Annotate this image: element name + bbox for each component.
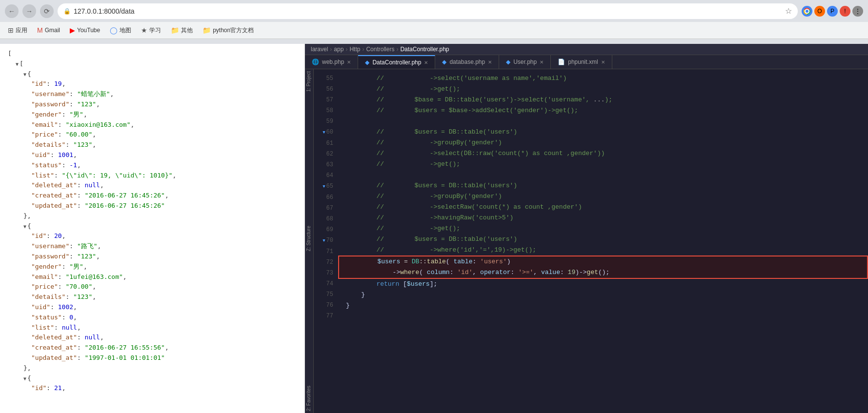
code-line-66: // ->groupBy('gender') (338, 191, 868, 202)
code-line-56: // ->get(); (338, 84, 868, 95)
json2-field-username: "username": "路飞", (8, 241, 297, 252)
json-obj1-open: ▼{ (8, 69, 297, 79)
tab-web-php[interactable]: 🌐 web.php ✕ (305, 55, 358, 69)
tab-user-label: User.php (513, 59, 537, 65)
json-panel[interactable]: [ ▼[ ▼{ "id": 19, "username": "蜡笔小新", "p… (0, 44, 305, 413)
line-num-74: 74 (314, 278, 338, 289)
line-num-58: 58 (314, 105, 338, 116)
line-num-71: 71 (314, 246, 338, 257)
code-line-70: // $users = DB::table('users') (338, 234, 868, 245)
opera-icon[interactable]: O (814, 6, 825, 17)
editor-path-bar: laravel › app › Http › Controllers › Dat… (305, 44, 868, 55)
collapse-icon[interactable]: ▼ (23, 71, 26, 79)
line-num-76: 76 (314, 300, 338, 311)
editor-body: 1: Project Z: Structure 2: Favorites 55 … (305, 69, 868, 413)
line-num-66: 66 (314, 192, 338, 203)
code-area[interactable]: 55 56 57 58 59 ▼60 61 62 63 64 ▼65 66 67… (314, 69, 868, 413)
line-num-73: 73 (314, 268, 338, 278)
code-line-68: // ->havingRaw('count>5') (338, 213, 868, 223)
tab-database-close[interactable]: ✕ (488, 59, 492, 65)
json2-field-gender: "gender": "男", (8, 262, 297, 272)
json-root-open: [ (8, 49, 297, 59)
line-num-67: 67 (314, 203, 338, 214)
sidebar-structure[interactable]: Z: Structure (305, 224, 313, 253)
line-num-65: ▼65 (314, 181, 338, 192)
tab-datacontroller-php[interactable]: ◆ DataController.php ✕ (358, 55, 435, 69)
line-num-59: 59 (314, 116, 338, 127)
sidebar-favorites[interactable]: 2: Favorites (305, 384, 313, 413)
code-line-61: // ->groupBy('gender') (338, 138, 868, 148)
collapse-icon[interactable]: ▼ (16, 60, 19, 68)
bookmark-maps[interactable]: ◯ 地图 (106, 25, 135, 36)
code-line-64 (338, 170, 868, 180)
code-line-76: } (338, 300, 868, 311)
line-num-56: 56 (314, 84, 338, 95)
bookmark-apps[interactable]: ⊞ 应用 (4, 25, 31, 36)
code-line-65: // $users = DB::table('users') (338, 180, 868, 191)
editor-tabs: 🌐 web.php ✕ ◆ DataController.php ✕ ◆ dat… (305, 55, 868, 69)
json-obj2-open: ▼{ (8, 221, 297, 232)
line-num-69: 69 (314, 224, 338, 235)
json2-field-deleted-at: "deleted_at": null, (8, 333, 297, 343)
line-num-77: 77 (314, 311, 338, 321)
bookmark-gmail[interactable]: M Gmail (33, 25, 64, 36)
profile-icon[interactable]: P (827, 6, 838, 17)
main-area: [ ▼[ ▼{ "id": 19, "username": "蜡笔小新", "p… (0, 44, 868, 413)
bookmark-study-label: 学习 (149, 26, 161, 35)
json-field-updated-at: "updated_at": "2016-06-27 16:45:26" (8, 201, 297, 211)
notification-icon[interactable]: ! (840, 6, 850, 17)
code-line-60: // $users = DB::table('users') (338, 127, 868, 138)
tab-phpunit-xml[interactable]: 📄 phpunit.xml ✕ (551, 55, 612, 69)
apps-icon: ⊞ (8, 26, 14, 34)
forward-button[interactable]: → (22, 4, 36, 18)
address-bar[interactable]: 🔒 127.0.0.1:8000/data ☆ (58, 3, 798, 19)
code-line-74: return [$users]; (338, 279, 868, 290)
reload-button[interactable]: ⟳ (40, 4, 54, 18)
tab-phpunit-close[interactable]: ✕ (601, 59, 605, 65)
path-part-file: DataController.php (400, 46, 449, 53)
line-num-72: 72 (314, 257, 338, 268)
browser-chrome: ← → ⟳ 🔒 127.0.0.1:8000/data ☆ O P ! ⋮ ⊞ … (0, 0, 868, 44)
code-line-73: ->where( column: 'id', operator: '>=', v… (338, 267, 868, 279)
bookmark-youtube-label: YouTube (77, 27, 100, 34)
bookmark-youtube[interactable]: ▶ YouTube (66, 25, 104, 36)
tab-web-php-close[interactable]: ✕ (347, 59, 351, 65)
json-obj3-partial: ▼{ (8, 374, 297, 384)
chrome-icon[interactable] (802, 6, 812, 17)
bookmark-apps-label: 应用 (16, 26, 27, 35)
json-obj2-close: }, (8, 363, 297, 374)
sidebar-project[interactable]: 1: Project (305, 69, 313, 94)
bookmark-python[interactable]: 📁 python官方文档 (199, 25, 258, 36)
line-num-64: 64 (314, 170, 338, 181)
json-field-status: "status": -1, (8, 160, 297, 171)
line-num-62: 62 (314, 149, 338, 159)
titlebar: ← → ⟳ 🔒 127.0.0.1:8000/data ☆ O P ! ⋮ (0, 0, 868, 22)
bookmark-star-icon[interactable]: ☆ (785, 6, 792, 16)
code-line-55: // ->select('username as name','email') (338, 73, 868, 84)
json-field-price: "price": "60.00", (8, 130, 297, 140)
collapse-icon[interactable]: ▼ (23, 223, 26, 231)
tab-user-close[interactable]: ✕ (540, 59, 544, 65)
path-part-app: app (334, 46, 343, 53)
tab-datacontroller-close[interactable]: ✕ (424, 60, 428, 65)
line-num-55: 55 (314, 73, 338, 84)
json-field-email: "email": "xiaoxin@163.com", (8, 120, 297, 130)
code-line-62: // ->select(DB::raw('count(*) as count ,… (338, 148, 868, 159)
line-num-68: 68 (314, 214, 338, 224)
tab-database-php[interactable]: ◆ database.php ✕ (435, 55, 499, 69)
collapse-icon[interactable]: ▼ (23, 375, 26, 383)
python-folder-icon: 📁 (202, 26, 211, 34)
json2-field-id: "id": 20, (8, 231, 297, 241)
path-part-http: Http (349, 46, 360, 53)
tab-user-php[interactable]: ◆ User.php ✕ (499, 55, 551, 69)
tab-phpunit-label: phpunit.xml (568, 59, 598, 65)
line-num-63: 63 (314, 159, 338, 170)
bookmark-other[interactable]: 📁 其他 (167, 25, 197, 36)
bookmark-study[interactable]: ★ 学习 (137, 25, 165, 36)
bookmark-python-label: python官方文档 (213, 26, 254, 35)
back-button[interactable]: ← (5, 4, 19, 18)
gmail-icon: M (37, 26, 43, 34)
database-icon: ◆ (442, 59, 446, 65)
menu-icon[interactable]: ⋮ (852, 6, 863, 17)
maps-icon: ◯ (110, 26, 118, 34)
